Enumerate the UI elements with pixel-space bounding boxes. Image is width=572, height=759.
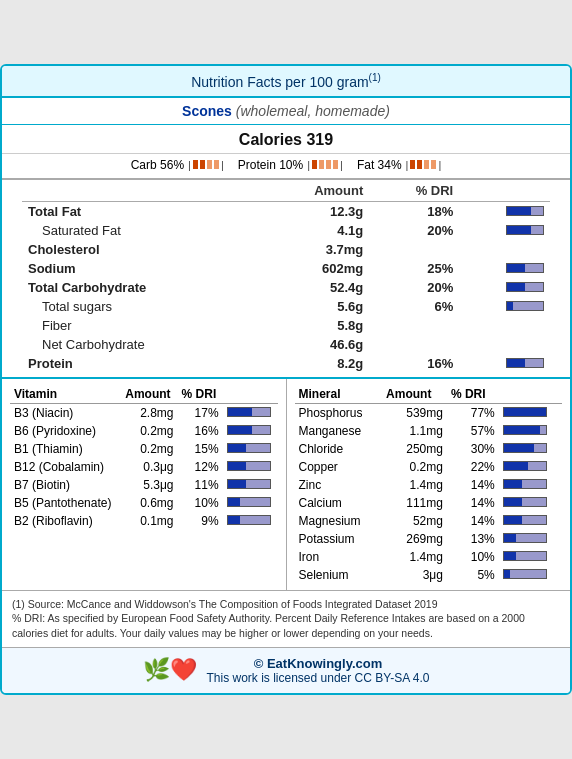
mineral-bar — [499, 422, 562, 440]
list-item: Manganese1.1mg57% — [295, 422, 563, 440]
mineral-amount: 539mg — [382, 403, 447, 422]
logo-icon: 🌿❤️ — [143, 657, 197, 683]
food-name: Scones — [182, 103, 232, 119]
table-row: Cholesterol3.7mg — [22, 240, 550, 259]
vitamin-name: B5 (Pantothenate) — [10, 494, 121, 512]
list-item: B3 (Niacin)2.8mg17% — [10, 403, 278, 422]
mineral-name: Magnesium — [295, 512, 383, 530]
nutrition-card: Nutrition Facts per 100 gram(1) Scones (… — [0, 64, 572, 695]
mineral-bar — [499, 530, 562, 548]
mineral-bar — [499, 476, 562, 494]
vitamin-name: B7 (Biotin) — [10, 476, 121, 494]
header-superscript: (1) — [369, 72, 381, 83]
card-header: Nutrition Facts per 100 gram(1) — [2, 66, 570, 98]
nutrient-name: Saturated Fat — [22, 221, 258, 240]
list-item: Calcium111mg14% — [295, 494, 563, 512]
list-item: B2 (Riboflavin)0.1mg9% — [10, 512, 278, 530]
nutrient-amount: 8.2g — [258, 354, 369, 373]
vitamin-dri: 15% — [178, 440, 223, 458]
mineral-bar — [499, 494, 562, 512]
mineral-name: Calcium — [295, 494, 383, 512]
mineral-dri: 13% — [447, 530, 499, 548]
list-item: Selenium3μg5% — [295, 566, 563, 584]
list-item: B7 (Biotin)5.3μg11% — [10, 476, 278, 494]
footer-license: This work is licensed under CC BY-SA 4.0 — [207, 671, 430, 685]
vitamin-name: B6 (Pyridoxine) — [10, 422, 121, 440]
list-item: Zinc1.4mg14% — [295, 476, 563, 494]
col-bar-header — [459, 180, 550, 202]
mineral-dri: 10% — [447, 548, 499, 566]
macro-fat: Fat 34% | | — [357, 158, 441, 172]
vit-header-bar — [223, 385, 278, 404]
nutrient-bar — [459, 316, 550, 335]
nutrient-name: Total Carbohydrate — [22, 278, 258, 297]
vitamin-name: B3 (Niacin) — [10, 403, 121, 422]
list-item: B6 (Pyridoxine)0.2mg16% — [10, 422, 278, 440]
mineral-dri: 30% — [447, 440, 499, 458]
list-item: B5 (Pantothenate)0.6mg10% — [10, 494, 278, 512]
mineral-bar — [499, 512, 562, 530]
macro-protein-label: Protein 10% — [238, 158, 303, 172]
footer-site: © EatKnowingly.com — [207, 656, 430, 671]
list-item: B12 (Cobalamin)0.3μg12% — [10, 458, 278, 476]
vitamin-amount: 0.2mg — [121, 422, 177, 440]
nutrient-amount: 4.1g — [258, 221, 369, 240]
vitamin-amount: 5.3μg — [121, 476, 177, 494]
mineral-bar — [499, 458, 562, 476]
col-nutrient-header — [22, 180, 258, 202]
vitamin-bar — [223, 476, 278, 494]
mineral-bar — [499, 403, 562, 422]
food-description: (wholemeal, homemade) — [236, 103, 390, 119]
macro-fat-bar: | | — [406, 159, 442, 171]
vit-header-name: Vitamin — [10, 385, 121, 404]
nutrient-bar — [459, 259, 550, 278]
vitamin-bar — [223, 422, 278, 440]
mineral-name: Manganese — [295, 422, 383, 440]
list-item: Iron1.4mg10% — [295, 548, 563, 566]
mineral-amount: 1.4mg — [382, 548, 447, 566]
mineral-amount: 1.4mg — [382, 476, 447, 494]
nutrient-dri: 16% — [369, 354, 459, 373]
mineral-name: Selenium — [295, 566, 383, 584]
mineral-dri: 14% — [447, 512, 499, 530]
vitamins-col: Vitamin Amount % DRI B3 (Niacin)2.8mg17%… — [2, 379, 287, 590]
mineral-name: Copper — [295, 458, 383, 476]
calories-row: Calories 319 — [2, 125, 570, 154]
vitamins-table: Vitamin Amount % DRI B3 (Niacin)2.8mg17%… — [10, 385, 278, 530]
nutrient-bar — [459, 240, 550, 259]
col-dri-header: % DRI — [369, 180, 459, 202]
nutrient-dri — [369, 335, 459, 354]
list-item: B1 (Thiamin)0.2mg15% — [10, 440, 278, 458]
mineral-bar — [499, 548, 562, 566]
mineral-name: Zinc — [295, 476, 383, 494]
mineral-amount: 250mg — [382, 440, 447, 458]
mineral-name: Phosphorus — [295, 403, 383, 422]
calories-label: Calories — [239, 131, 302, 148]
minerals-col: Mineral Amount % DRI Phosphorus539mg77%M… — [287, 379, 571, 590]
table-row: Total Fat12.3g18% — [22, 201, 550, 221]
min-header-bar — [499, 385, 562, 404]
nutrition-table: Amount % DRI Total Fat12.3g18%Saturated … — [22, 180, 550, 373]
mineral-amount: 52mg — [382, 512, 447, 530]
list-item: Phosphorus539mg77% — [295, 403, 563, 422]
vit-header-amount: Amount — [121, 385, 177, 404]
nutrient-amount: 46.6g — [258, 335, 369, 354]
nutrient-name: Sodium — [22, 259, 258, 278]
nutrient-name: Fiber — [22, 316, 258, 335]
footer: 🌿❤️ © EatKnowingly.com This work is lice… — [2, 647, 570, 693]
macro-protein: Protein 10% | | — [238, 158, 343, 172]
mineral-dri: 77% — [447, 403, 499, 422]
nutrient-amount: 5.6g — [258, 297, 369, 316]
table-row: Net Carbohydrate46.6g — [22, 335, 550, 354]
macro-carb-bar: | | — [188, 159, 224, 171]
nutrient-dri: 20% — [369, 221, 459, 240]
mineral-bar — [499, 440, 562, 458]
calories-value: 319 — [306, 131, 333, 148]
nutrient-amount: 12.3g — [258, 201, 369, 221]
vitamin-amount: 0.6mg — [121, 494, 177, 512]
nutrient-dri: 18% — [369, 201, 459, 221]
macro-protein-bar: | | — [307, 159, 343, 171]
nutrient-amount: 52.4g — [258, 278, 369, 297]
table-row: Total sugars5.6g6% — [22, 297, 550, 316]
footnote: (1) Source: McCance and Widdowson's The … — [2, 590, 570, 647]
